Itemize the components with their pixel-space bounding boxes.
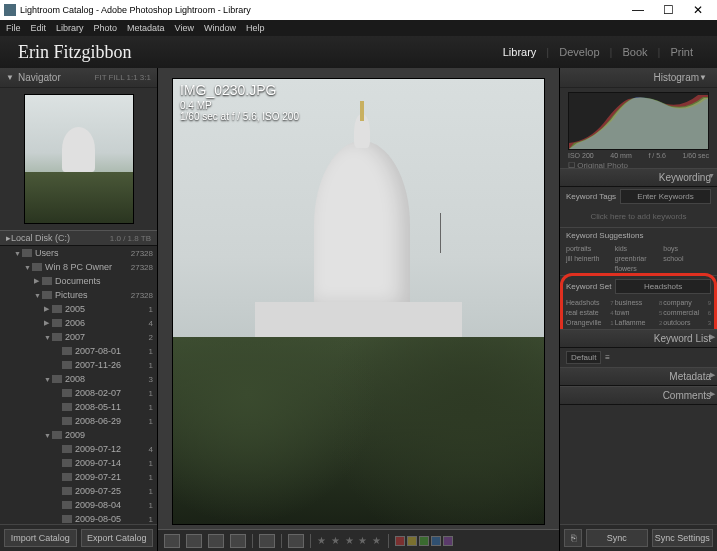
painter-tool-button[interactable] — [259, 534, 275, 548]
center-panel: IMG_0230.JPG 0.4 MP 1/60 sec at f / 5.6,… — [158, 68, 559, 551]
menu-library[interactable]: Library — [56, 23, 84, 33]
navigator-preview[interactable] — [0, 88, 157, 230]
histogram-graph[interactable] — [568, 92, 709, 150]
metadata-header[interactable]: Metadata▶ — [560, 367, 717, 386]
keyword-set-dropdown[interactable]: Headshots — [615, 279, 711, 294]
color-yellow[interactable] — [407, 536, 417, 546]
menu-window[interactable]: Window — [204, 23, 236, 33]
keyword-set-item[interactable]: outdoors3 — [663, 318, 711, 327]
menu-help[interactable]: Help — [246, 23, 265, 33]
metadata-preset-dropdown[interactable]: Default — [566, 351, 601, 364]
folder-row[interactable]: 2009-08-041 — [0, 498, 157, 512]
keyword-suggestion[interactable]: flowers — [615, 264, 663, 273]
keyword-set-item[interactable]: Orangeville1 — [566, 318, 614, 327]
drive-header[interactable]: ▸ Local Disk (C:) 1.0 / 1.8 TB — [0, 230, 157, 246]
histogram-panel: ISO 200 40 mm f / 5.6 1/60 sec ☐ Origina… — [560, 88, 717, 168]
maximize-button[interactable]: ☐ — [653, 3, 683, 17]
keyword-set-item[interactable]: Laflamme2 — [615, 318, 663, 327]
sync-button[interactable]: Sync — [586, 529, 648, 547]
keyword-set-item[interactable]: commercial6 — [663, 308, 711, 317]
minimize-button[interactable]: — — [623, 3, 653, 17]
keyword-suggestions-grid: portraitskidsboysjill heinerthgreenbriar… — [560, 242, 717, 275]
folder-row[interactable]: 2009-07-124 — [0, 442, 157, 456]
folder-row[interactable]: 2008-06-291 — [0, 414, 157, 428]
import-catalog-button[interactable]: Import Catalog — [4, 529, 77, 547]
keyword-set-item[interactable]: real estate4 — [566, 308, 614, 317]
folder-row[interactable]: ▶Documents — [0, 274, 157, 288]
module-library[interactable]: Library — [497, 46, 543, 58]
export-catalog-button[interactable]: Export Catalog — [81, 529, 154, 547]
folder-row[interactable]: ▶20064 — [0, 316, 157, 330]
folder-row[interactable]: 2008-05-111 — [0, 400, 157, 414]
compare-view-button[interactable] — [208, 534, 224, 548]
folder-row[interactable]: 2009-08-051 — [0, 512, 157, 524]
keyword-tags-mode[interactable]: Enter Keywords — [620, 189, 711, 204]
menu-photo[interactable]: Photo — [94, 23, 118, 33]
folder-row[interactable]: 2007-08-011 — [0, 344, 157, 358]
folder-row[interactable]: ▼Win 8 PC Owner27328 — [0, 260, 157, 274]
keyword-set-item[interactable]: company9 — [663, 298, 711, 307]
keyword-suggestion[interactable] — [566, 264, 614, 273]
folder-row[interactable]: 2009-07-141 — [0, 456, 157, 470]
keyword-suggestion[interactable] — [663, 264, 711, 273]
menu-edit[interactable]: Edit — [31, 23, 47, 33]
folder-row[interactable]: ▼Users27328 — [0, 246, 157, 260]
folder-row[interactable]: ▼Pictures27328 — [0, 288, 157, 302]
keyword-suggestion[interactable]: school — [663, 254, 711, 263]
sync-toggle-button[interactable]: ⎘ — [564, 529, 582, 547]
folder-row[interactable]: ▼2009 — [0, 428, 157, 442]
keyword-set-item[interactable]: town5 — [615, 308, 663, 317]
image-info-overlay: IMG_0230.JPG 0.4 MP 1/60 sec at f / 5.6,… — [180, 82, 299, 122]
navigator-header[interactable]: ▼ Navigator FIT FILL 1:1 3:1 — [0, 68, 157, 88]
loupe-toolbar: ★ ★ ★ ★ ★ — [158, 529, 559, 551]
keyword-set-item[interactable]: business8 — [615, 298, 663, 307]
module-book[interactable]: Book — [616, 46, 653, 58]
navigator-modes[interactable]: FIT FILL 1:1 3:1 — [95, 73, 151, 82]
module-develop[interactable]: Develop — [553, 46, 605, 58]
keyword-suggestion[interactable]: greenbriar — [615, 254, 663, 263]
histogram-header[interactable]: Histogram ▼ — [560, 68, 717, 88]
keyword-suggestion[interactable]: portraits — [566, 244, 614, 253]
keyword-suggestion[interactable]: jill heinerth — [566, 254, 614, 263]
menu-view[interactable]: View — [175, 23, 194, 33]
left-panel: ▼ Navigator FIT FILL 1:1 3:1 ▸ Local Dis… — [0, 68, 158, 551]
window-titlebar: Lightroom Catalog - Adobe Photoshop Ligh… — [0, 0, 717, 20]
color-blue[interactable] — [431, 536, 441, 546]
keyword-list-header[interactable]: Keyword List▶ — [560, 329, 717, 348]
keyword-tags-row: Keyword Tags Enter Keywords — [560, 187, 717, 206]
folder-row[interactable]: 2007-11-261 — [0, 358, 157, 372]
sync-settings-button[interactable]: Sync Settings — [652, 529, 714, 547]
sort-button[interactable] — [288, 534, 304, 548]
folder-row[interactable]: ▶20051 — [0, 302, 157, 316]
loupe-view-button[interactable] — [186, 534, 202, 548]
color-purple[interactable] — [443, 536, 453, 546]
close-button[interactable]: ✕ — [683, 3, 713, 17]
module-print[interactable]: Print — [664, 46, 699, 58]
app-icon — [4, 4, 16, 16]
folder-row[interactable]: ▼20083 — [0, 372, 157, 386]
image-area[interactable]: IMG_0230.JPG 0.4 MP 1/60 sec at f / 5.6,… — [158, 68, 559, 529]
keyword-set-item[interactable]: Headshots7 — [566, 298, 614, 307]
keywording-header[interactable]: Keywording▼ — [560, 168, 717, 187]
menu-metadata[interactable]: Metadata — [127, 23, 165, 33]
image-filename: IMG_0230.JPG — [180, 82, 299, 98]
color-green[interactable] — [419, 536, 429, 546]
keyword-entry-field[interactable]: Click here to add keywords — [560, 206, 717, 227]
keyword-suggestion[interactable]: boys — [663, 244, 711, 253]
survey-view-button[interactable] — [230, 534, 246, 548]
right-buttons: ⎘ Sync Sync Settings — [560, 524, 717, 551]
folder-row[interactable]: 2009-07-251 — [0, 484, 157, 498]
folder-row[interactable]: 2009-07-211 — [0, 470, 157, 484]
folder-row[interactable]: ▼20072 — [0, 330, 157, 344]
folder-row[interactable]: 2008-02-071 — [0, 386, 157, 400]
disclosure-icon: ▼ — [699, 73, 707, 82]
rating-stars[interactable]: ★ ★ ★ ★ ★ — [317, 535, 382, 546]
color-labels — [395, 536, 453, 546]
color-red[interactable] — [395, 536, 405, 546]
grid-view-button[interactable] — [164, 534, 180, 548]
image-exif: 1/60 sec at f / 5.6, ISO 200 — [180, 111, 299, 122]
keyword-suggestion[interactable]: kids — [615, 244, 663, 253]
comments-header[interactable]: Comments▶ — [560, 386, 717, 405]
folders-panel: ▸ Local Disk (C:) 1.0 / 1.8 TB ▼Users273… — [0, 230, 157, 524]
menu-file[interactable]: File — [6, 23, 21, 33]
